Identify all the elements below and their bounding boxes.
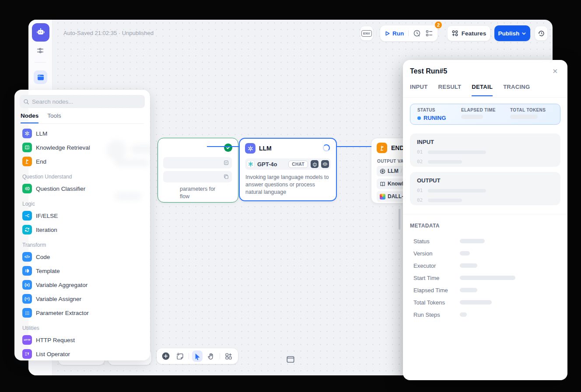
- elapsed-time-label: ELAPSED TIME: [461, 108, 510, 112]
- status-label: STATUS: [417, 108, 461, 112]
- node-item-code[interactable]: </> Code: [20, 250, 145, 264]
- node-item-list-operator[interactable]: List Operator: [20, 347, 145, 360]
- run-button-group: Run: [380, 25, 438, 42]
- node-item-llm[interactable]: LLM: [20, 126, 145, 140]
- test-run-panel: Test Run#5 ✕ INPUT RESULT DETAIL TRACING…: [403, 60, 567, 380]
- total-tokens-skeleton: [510, 115, 538, 119]
- row-number: 01: [417, 149, 423, 155]
- node-search-box[interactable]: [20, 95, 145, 108]
- llm-node-title: LLM: [259, 145, 272, 152]
- metadata-label: Run Steps: [413, 312, 460, 318]
- node-panel-tabs: Nodes Tools: [21, 112, 144, 124]
- add-note-icon[interactable]: [175, 350, 186, 362]
- node-item-variable-aggregator[interactable]: {x} Variable Aggregator: [20, 278, 145, 292]
- cycle-icon: [22, 225, 32, 234]
- tab-tools[interactable]: Tools: [47, 112, 61, 123]
- start-node-description-line: flow: [180, 193, 189, 200]
- pointer-icon[interactable]: [192, 350, 203, 362]
- node-item-question-classifier[interactable]: Question Classifier: [20, 182, 145, 196]
- terminal-window-icon[interactable]: [287, 355, 295, 364]
- stopwatch-icon[interactable]: [413, 29, 421, 37]
- row-number: 02: [417, 197, 423, 203]
- node-item-template[interactable]: Template: [20, 264, 145, 278]
- divider: [403, 97, 567, 98]
- llm-node[interactable]: LLM GPT-4o CHAT Invoking large language …: [239, 138, 337, 201]
- edge-start-to-llm: [207, 146, 240, 147]
- start-field-row[interactable]: [163, 157, 232, 168]
- env-button[interactable]: ENV: [360, 26, 373, 41]
- organize-icon[interactable]: [223, 350, 234, 362]
- history-icon: [538, 30, 545, 37]
- features-button[interactable]: Features: [447, 25, 490, 41]
- run-button[interactable]: Run: [385, 30, 404, 37]
- classifier-icon: [22, 184, 32, 193]
- chat-mode-badge: CHAT: [288, 161, 308, 168]
- gpt4o-icon: [247, 160, 255, 168]
- node-item-parameter-extractor[interactable]: Parameter Extractor: [20, 306, 145, 320]
- screen: parameters for flow LLM GPT-4o CHAT: [0, 0, 581, 392]
- divider: [403, 214, 567, 214]
- tab-tracing[interactable]: TRACING: [503, 84, 530, 96]
- workflow-tab[interactable]: [34, 70, 47, 84]
- llm-node-description: Invoking large language models to answer…: [245, 174, 331, 196]
- grid-dots-icon: [22, 308, 32, 318]
- input-card-title: INPUT: [417, 139, 553, 145]
- code-icon: </>: [22, 252, 32, 262]
- model-selector[interactable]: GPT-4o CHAT: [245, 158, 331, 170]
- eye-icon: [321, 160, 329, 168]
- filter-icon: [22, 349, 32, 359]
- hand-icon[interactable]: [206, 350, 217, 362]
- publish-button[interactable]: Publish: [494, 25, 530, 41]
- tab-detail[interactable]: DETAIL: [472, 84, 493, 96]
- braces-x-icon: {x}: [22, 280, 32, 290]
- row-number: 02: [417, 159, 423, 164]
- output-skeleton: [428, 199, 462, 202]
- metadata-skeleton: [460, 312, 467, 317]
- node-item-knowledge-retrieval[interactable]: Knowledge Retrieval: [20, 140, 145, 154]
- paragraph-icon: [224, 160, 229, 165]
- metadata-list: Status Version Executor Start Time Elaps…: [413, 235, 560, 321]
- start-node[interactable]: parameters for flow: [158, 138, 238, 203]
- http-icon: HTTP: [22, 335, 32, 345]
- window-icon: [37, 74, 45, 81]
- tab-nodes[interactable]: Nodes: [21, 112, 38, 123]
- tab-result[interactable]: RESULT: [438, 84, 462, 96]
- search-icon: [23, 98, 29, 105]
- version-history-button[interactable]: [535, 26, 548, 41]
- plus-circle-icon[interactable]: [161, 350, 172, 362]
- node-item-if-else[interactable]: IF/ELSE: [20, 209, 145, 223]
- input-skeleton: [428, 150, 486, 154]
- node-item-iteration[interactable]: Iteration: [20, 223, 145, 237]
- node-item-http-request[interactable]: HTTP HTTP Request: [20, 333, 145, 347]
- section-logic: Logic: [20, 196, 145, 209]
- metadata-skeleton: [460, 251, 470, 256]
- output-skeleton: [428, 189, 486, 192]
- metadata-label: Status: [413, 238, 460, 245]
- start-field-row[interactable]: [163, 171, 232, 182]
- metadata-label: Total Tokens: [413, 299, 460, 306]
- metadata-label: Elapsed Time: [413, 287, 460, 294]
- scrollbar-thumb[interactable]: [399, 209, 400, 230]
- chevron-down-icon: [522, 31, 526, 36]
- total-tokens-label: TOTAL TOKENS: [510, 108, 546, 112]
- checklist-icon[interactable]: [425, 29, 433, 37]
- features-icon: [452, 30, 458, 37]
- section-utilities: Utilities: [20, 320, 145, 333]
- divider: [35, 62, 46, 63]
- tab-input[interactable]: INPUT: [410, 84, 428, 96]
- input-card: INPUT 01 02: [410, 133, 560, 167]
- node-item-variable-assigner[interactable]: {=} Variable Assigner: [20, 292, 145, 306]
- metadata-skeleton: [460, 288, 477, 292]
- close-icon[interactable]: ✕: [552, 67, 558, 75]
- status-value: RUNING: [417, 115, 461, 121]
- braces-eq-icon: {=}: [22, 294, 32, 304]
- row-number: 01: [417, 188, 423, 193]
- llm-ref-icon: [380, 168, 385, 174]
- metadata-skeleton: [460, 300, 492, 304]
- preferences-sliders-icon[interactable]: [37, 47, 44, 54]
- search-input[interactable]: [32, 98, 141, 105]
- node-item-end[interactable]: End: [20, 154, 145, 168]
- metadata-label: Executor: [413, 262, 460, 269]
- app-logo[interactable]: [32, 23, 49, 42]
- book-icon: [22, 143, 32, 152]
